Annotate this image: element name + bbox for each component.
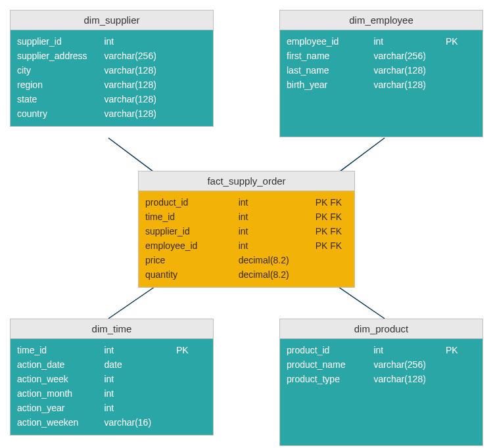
table-row: time_idintPK FK xyxy=(145,210,348,224)
column-name: birth_year xyxy=(287,78,373,92)
column-name: time_id xyxy=(17,343,104,357)
table-row: product_namevarchar(256) xyxy=(287,357,476,372)
entity-dim-supplier: dim_supplier supplier_idint supplier_add… xyxy=(10,10,214,127)
column-type: varchar(128) xyxy=(104,63,176,78)
column-type: decimal(8.2) xyxy=(239,253,316,267)
column-type: int xyxy=(104,34,176,49)
column-name: product_id xyxy=(287,343,373,357)
column-type: int xyxy=(104,386,176,401)
column-type: varchar(256) xyxy=(373,357,445,372)
column-name: quantity xyxy=(145,267,239,282)
entity-title: dim_time xyxy=(11,319,213,339)
entity-body: product_idintPK FK time_idintPK FK suppl… xyxy=(139,191,354,287)
column-name: product_id xyxy=(145,195,239,210)
column-name: city xyxy=(17,63,104,78)
column-type: varchar(16) xyxy=(104,415,176,430)
column-type: int xyxy=(239,224,316,238)
column-key: PK FK xyxy=(316,238,348,253)
table-row: cityvarchar(128) xyxy=(17,63,206,78)
svg-line-2 xyxy=(108,282,161,319)
table-row: employee_idintPK FK xyxy=(145,238,348,253)
column-name: last_name xyxy=(287,63,373,78)
column-type: varchar(256) xyxy=(373,49,445,63)
entity-body: product_idintPK product_namevarchar(256)… xyxy=(280,339,482,445)
column-name: employee_id xyxy=(287,34,373,49)
column-type: int xyxy=(239,195,316,210)
column-key: PK xyxy=(446,34,476,49)
entity-dim-employee: dim_employee employee_idintPK first_name… xyxy=(279,10,483,137)
column-type: int xyxy=(104,343,176,357)
column-name: action_week xyxy=(17,372,104,386)
column-type: int xyxy=(239,210,316,224)
column-type: varchar(128) xyxy=(104,92,176,106)
table-row: quantitydecimal(8.2) xyxy=(145,267,348,282)
entity-title: dim_supplier xyxy=(11,11,213,30)
table-row: pricedecimal(8.2) xyxy=(145,253,348,267)
entity-title: dim_product xyxy=(280,319,482,339)
column-type: varchar(128) xyxy=(373,63,445,78)
column-name: product_type xyxy=(287,372,373,386)
entity-dim-time: dim_time time_idintPK action_datedate ac… xyxy=(10,319,214,436)
entity-body: supplier_idint supplier_addressvarchar(2… xyxy=(11,30,213,126)
column-name: action_date xyxy=(17,357,104,372)
column-type: date xyxy=(104,357,176,372)
column-key: PK FK xyxy=(316,224,348,238)
column-type: int xyxy=(373,34,445,49)
column-name: state xyxy=(17,92,104,106)
column-key: PK FK xyxy=(316,195,348,210)
table-row: last_namevarchar(128) xyxy=(287,63,476,78)
table-row: supplier_idint xyxy=(17,34,206,49)
column-key: PK xyxy=(446,343,476,357)
table-row: action_monthint xyxy=(17,386,206,401)
entity-body: time_idintPK action_datedate action_week… xyxy=(11,339,213,435)
column-name: action_year xyxy=(17,401,104,415)
svg-line-3 xyxy=(332,282,385,319)
column-name: supplier_address xyxy=(17,49,104,63)
table-row: time_idintPK xyxy=(17,343,206,357)
table-row: supplier_idintPK FK xyxy=(145,224,348,238)
column-type: int xyxy=(373,343,445,357)
table-row: action_yearint xyxy=(17,401,206,415)
entity-title: fact_supply_order xyxy=(139,171,354,191)
table-row: action_datedate xyxy=(17,357,206,372)
diagram-canvas: dim_supplier supplier_idint supplier_add… xyxy=(0,0,493,448)
column-type: varchar(128) xyxy=(373,372,445,386)
column-name: supplier_id xyxy=(17,34,104,49)
table-row: supplier_addressvarchar(256) xyxy=(17,49,206,63)
table-row: action_weekint xyxy=(17,372,206,386)
column-key: PK FK xyxy=(316,210,348,224)
table-row: statevarchar(128) xyxy=(17,92,206,106)
column-name: supplier_id xyxy=(145,224,239,238)
table-row: product_idintPK FK xyxy=(145,195,348,210)
column-name: price xyxy=(145,253,239,267)
column-name: employee_id xyxy=(145,238,239,253)
table-row: product_typevarchar(128) xyxy=(287,372,476,386)
entity-dim-product: dim_product product_idintPK product_name… xyxy=(279,319,483,446)
table-row: employee_idintPK xyxy=(287,34,476,49)
table-row: first_namevarchar(256) xyxy=(287,49,476,63)
column-type: varchar(128) xyxy=(104,106,176,121)
column-name: first_name xyxy=(287,49,373,63)
table-row: action_weekenvarchar(16) xyxy=(17,415,206,430)
table-row: countryvarchar(128) xyxy=(17,106,206,121)
column-name: time_id xyxy=(145,210,239,224)
column-type: varchar(128) xyxy=(104,78,176,92)
entity-fact-supply-order: fact_supply_order product_idintPK FK tim… xyxy=(138,171,355,288)
column-type: varchar(128) xyxy=(373,78,445,92)
entity-body: employee_idintPK first_namevarchar(256) … xyxy=(280,30,482,137)
column-type: int xyxy=(104,401,176,415)
column-type: decimal(8.2) xyxy=(239,267,316,282)
column-type: varchar(256) xyxy=(104,49,176,63)
column-name: action_month xyxy=(17,386,104,401)
entity-title: dim_employee xyxy=(280,11,482,30)
column-type: int xyxy=(239,238,316,253)
column-name: region xyxy=(17,78,104,92)
table-row: birth_yearvarchar(128) xyxy=(287,78,476,92)
column-name: country xyxy=(17,106,104,121)
column-key: PK xyxy=(176,343,206,357)
column-type: int xyxy=(104,372,176,386)
column-name: action_weeken xyxy=(17,415,104,430)
column-name: product_name xyxy=(287,357,373,372)
table-row: product_idintPK xyxy=(287,343,476,357)
table-row: regionvarchar(128) xyxy=(17,78,206,92)
